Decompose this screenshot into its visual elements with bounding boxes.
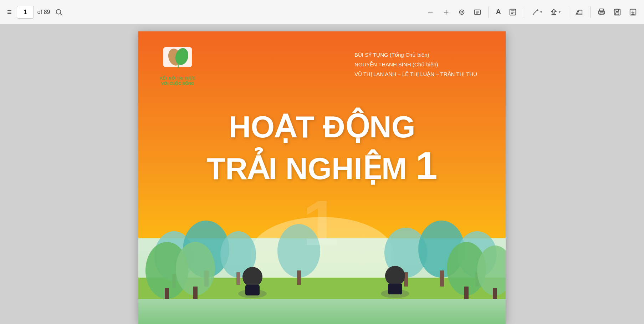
book-title: HOẠT ĐỘNG TRẢI NGHIỆM 1 <box>138 110 506 187</box>
svg-rect-28 <box>615 12 619 15</box>
svg-point-25 <box>603 12 604 12</box>
print-button[interactable] <box>595 6 608 18</box>
author-3: VŨ THỊ LAN ANH – LÊ THỊ LUẬN – TRẦN THỊ … <box>354 69 477 79</box>
svg-rect-44 <box>297 270 301 285</box>
author-1: BÙI SỸ TỤNG (Tổng Chủ biên) <box>354 50 477 60</box>
title-line1: HOẠT ĐỘNG <box>138 110 506 144</box>
zoom-fit-button[interactable] <box>455 6 469 18</box>
stamp-button[interactable]: ▾ <box>547 6 563 18</box>
text-select-button[interactable]: A <box>493 6 504 18</box>
svg-point-63 <box>385 266 405 286</box>
fit-width-button[interactable] <box>471 6 484 18</box>
toolbar: ≡ of 89 A <box>0 0 644 24</box>
svg-rect-48 <box>440 270 444 287</box>
ground-layer <box>138 299 506 324</box>
svg-line-1 <box>61 14 62 15</box>
svg-rect-64 <box>388 284 402 294</box>
save-button[interactable] <box>610 6 624 18</box>
svg-point-0 <box>56 9 61 14</box>
svg-point-60 <box>242 267 262 287</box>
svg-point-5 <box>459 10 464 14</box>
authors-block: BÙI SỸ TỤNG (Tổng Chủ biên) NGUYỄN THANH… <box>354 50 477 79</box>
pdf-page: KẾT NỐI TRI THỨC VỚI CUỘC SỐNG BÙI SỸ TỤ… <box>138 31 506 324</box>
download-button[interactable] <box>626 6 640 18</box>
page-number-input[interactable] <box>17 6 34 19</box>
search-button[interactable] <box>52 6 66 18</box>
brand-logo <box>160 46 195 74</box>
svg-rect-26 <box>614 9 620 15</box>
author-2: NGUYỄN THANH BÌNH (Chủ biên) <box>354 60 477 69</box>
svg-rect-18 <box>552 14 556 15</box>
logo-area: KẾT NỐI TRI THỨC VỚI CUỘC SỐNG <box>160 46 195 87</box>
svg-marker-15 <box>532 14 534 15</box>
stamp-dropdown-arrow: ▾ <box>559 10 561 14</box>
annotation-dropdown-arrow: ▾ <box>540 10 542 14</box>
annotation-button[interactable]: ▾ <box>528 6 545 18</box>
eraser-button[interactable] <box>572 6 586 18</box>
zoom-out-button[interactable] <box>424 6 437 18</box>
background-watermark: 1 <box>303 186 341 260</box>
logo-tagline: KẾT NỐI TRI THỨC VỚI CUỘC SỐNG <box>160 76 195 87</box>
hand-tool-button[interactable] <box>506 6 520 18</box>
main-content: KẾT NỐI TRI THỨC VỚI CUỘC SỐNG BÙI SỸ TỤ… <box>0 24 644 324</box>
svg-rect-27 <box>616 9 618 11</box>
menu-button[interactable]: ≡ <box>4 5 15 19</box>
title-line2: TRẢI NGHIỆM 1 <box>138 144 506 187</box>
zoom-in-button[interactable] <box>439 6 453 18</box>
svg-point-6 <box>461 11 463 13</box>
page-of-total: of 89 <box>37 9 50 15</box>
title-number: 1 <box>415 143 437 187</box>
svg-rect-61 <box>245 285 260 295</box>
svg-rect-42 <box>236 272 240 285</box>
